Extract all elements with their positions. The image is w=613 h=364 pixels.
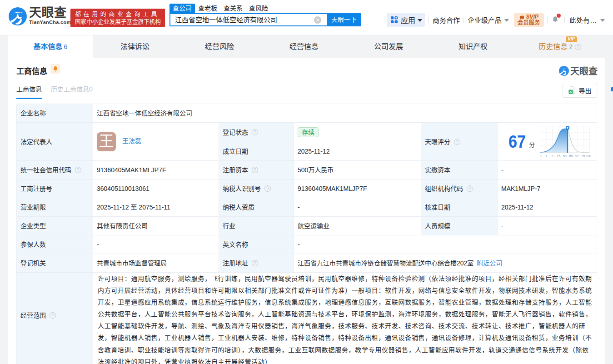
svg-text:100: 100 — [586, 155, 591, 158]
svg-text:15: 15 — [557, 155, 561, 158]
svg-text:50: 50 — [563, 155, 567, 158]
svg-text:85: 85 — [569, 155, 573, 158]
svg-text:1: 1 — [545, 155, 547, 158]
svg-text:3: 3 — [552, 155, 553, 158]
svg-text:97: 97 — [575, 155, 579, 158]
svg-text:99: 99 — [582, 155, 585, 158]
svg-text:0: 0 — [540, 155, 542, 158]
